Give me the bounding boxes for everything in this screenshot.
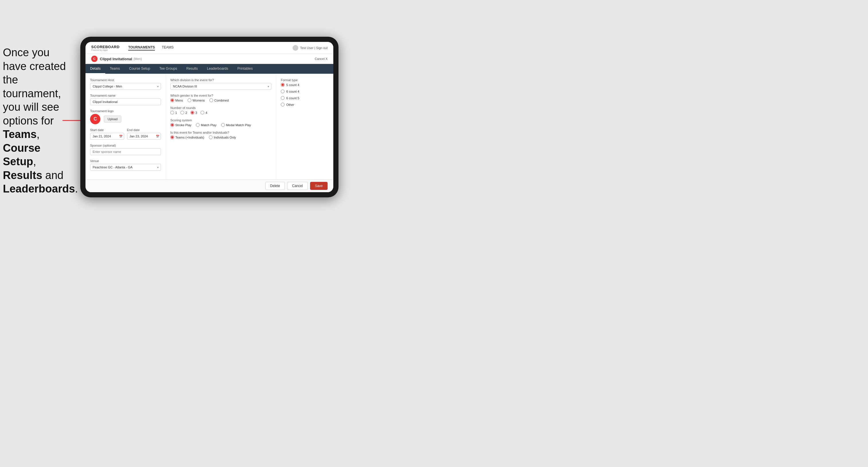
- delete-button[interactable]: Delete: [265, 182, 285, 190]
- tournament-logo-label: Tournament logo: [90, 109, 161, 113]
- tournament-title: Clippd Invitational: [100, 57, 132, 61]
- format-other-radio[interactable]: [281, 103, 284, 106]
- tournament-host-label: Tournament Host: [90, 78, 161, 82]
- tournament-host-group: Tournament Host Clippd College - Men: [90, 78, 161, 90]
- left-form-column: Tournament Host Clippd College - Men Tou…: [86, 74, 166, 179]
- tab-details[interactable]: Details: [86, 64, 105, 74]
- start-date-group: Start date 📅: [90, 128, 124, 140]
- rounds-3-label: 3: [195, 111, 197, 115]
- individuals-only-option[interactable]: Individuals Only: [209, 135, 236, 139]
- end-date-wrapper: 📅: [127, 133, 161, 140]
- venue-select[interactable]: Peachtree GC - Atlanta - GA: [90, 164, 161, 171]
- teams-plus-radio[interactable]: [170, 135, 174, 139]
- start-date-wrapper: 📅: [90, 133, 124, 140]
- teams-individuals-label: Is this event for Teams and/or Individua…: [170, 131, 271, 134]
- scoring-stroke-option[interactable]: Stroke Play: [170, 123, 191, 127]
- division-group: Which division is the event for? NCAA Di…: [170, 78, 271, 90]
- rounds-1-option[interactable]: 1: [170, 111, 177, 115]
- gender-womens-label: Womens: [192, 99, 205, 102]
- nav-user: Test User | Sign out: [292, 45, 328, 51]
- tournament-logo-group: Tournament logo C Upload: [90, 109, 161, 124]
- division-label: Which division is the event for?: [170, 78, 271, 82]
- gender-group: Which gender is the event for? Mens Wome…: [170, 94, 271, 102]
- scoring-radio-group: Stroke Play Match Play Medal Match Play: [170, 123, 271, 127]
- format-6count5-radio[interactable]: [281, 96, 284, 100]
- upload-button[interactable]: Upload: [104, 116, 121, 123]
- start-date-calendar-icon: 📅: [119, 135, 123, 138]
- tournament-subtitle: (Men): [134, 57, 142, 61]
- rounds-2-radio[interactable]: [180, 111, 184, 115]
- main-content: Tournament Host Clippd College - Men Tou…: [86, 74, 333, 179]
- gender-mens-option[interactable]: Mens: [170, 98, 183, 102]
- save-button[interactable]: Save: [310, 182, 328, 190]
- scoring-group: Scoring system Stroke Play Match Play: [170, 119, 271, 127]
- gender-womens-option[interactable]: Womens: [188, 98, 205, 102]
- user-label[interactable]: Test User | Sign out: [300, 46, 328, 50]
- teams-individuals-group: Is this event for Teams and/or Individua…: [170, 131, 271, 139]
- logo-upload-row: C Upload: [90, 114, 161, 124]
- individuals-only-radio[interactable]: [209, 135, 213, 139]
- rounds-label: Number of rounds: [170, 106, 271, 110]
- cancel-button[interactable]: Cancel: [287, 182, 308, 190]
- teams-plus-individuals-option[interactable]: Teams (+Individuals): [170, 135, 204, 139]
- scoring-match-radio[interactable]: [196, 123, 199, 127]
- tab-tee-groups[interactable]: Tee Groups: [155, 64, 182, 74]
- gender-combined-radio[interactable]: [209, 98, 213, 102]
- start-date-label: Start date: [90, 128, 124, 132]
- rounds-4-radio[interactable]: [200, 111, 204, 115]
- cancel-x-button[interactable]: Cancel X: [315, 57, 328, 61]
- format-6count4-label: 6 count 4: [286, 90, 299, 93]
- venue-group: Venue Peachtree GC - Atlanta - GA: [90, 159, 161, 171]
- nav-tournaments[interactable]: TOURNAMENTS: [128, 45, 155, 51]
- scoring-medal-label: Medal Match Play: [226, 123, 251, 127]
- scoring-stroke-radio[interactable]: [170, 123, 174, 127]
- format-other-option[interactable]: Other: [281, 103, 329, 106]
- rounds-3-radio[interactable]: [190, 111, 194, 115]
- rounds-2-option[interactable]: 2: [180, 111, 187, 115]
- gender-mens-radio[interactable]: [170, 98, 174, 102]
- rounds-1-label: 1: [175, 111, 177, 115]
- rounds-4-label: 4: [206, 111, 207, 115]
- format-6count4-option[interactable]: 6 count 4: [281, 90, 329, 93]
- tournament-host-select[interactable]: Clippd College - Men: [90, 83, 161, 90]
- nav-teams[interactable]: TEAMS: [162, 45, 174, 51]
- end-date-label: End date: [127, 128, 161, 132]
- rounds-4-option[interactable]: 4: [200, 111, 207, 115]
- date-row: Start date 📅 End date 📅: [90, 128, 161, 140]
- tab-results[interactable]: Results: [182, 64, 202, 74]
- gender-combined-option[interactable]: Combined: [209, 98, 228, 102]
- division-select-wrapper: NCAA Division III: [170, 83, 271, 90]
- logo-area: SCOREBOARD Powered by clippd: [91, 45, 120, 51]
- rounds-3-option[interactable]: 3: [190, 111, 197, 115]
- division-select[interactable]: NCAA Division III: [170, 83, 271, 90]
- tournament-header: C Clippd Invitational (Men) Cancel X: [86, 54, 333, 64]
- scoring-medal-radio[interactable]: [221, 123, 225, 127]
- logo-text: SCOREBOARD: [91, 45, 120, 49]
- logo-icon-circle: C: [90, 114, 100, 124]
- gender-combined-label: Combined: [214, 99, 228, 102]
- end-date-calendar-icon: 📅: [156, 135, 159, 138]
- tab-printables[interactable]: Printables: [233, 64, 257, 74]
- format-5count4-option[interactable]: 5 count 4: [281, 83, 329, 87]
- format-6count5-option[interactable]: 6 count 5: [281, 96, 329, 100]
- tab-teams[interactable]: Teams: [105, 64, 124, 74]
- tab-course-setup[interactable]: Course Setup: [124, 64, 155, 74]
- right-panel-column: Which division is the event for? NCAA Di…: [166, 74, 276, 179]
- format-5count4-radio[interactable]: [281, 83, 284, 87]
- format-6count4-radio[interactable]: [281, 90, 284, 93]
- scoring-medal-option[interactable]: Medal Match Play: [221, 123, 251, 127]
- tablet-device: SCOREBOARD Powered by clippd TOURNAMENTS…: [80, 37, 339, 197]
- tab-leaderboards[interactable]: Leaderboards: [202, 64, 232, 74]
- tournament-name-label: Tournament name: [90, 94, 161, 97]
- sponsor-input[interactable]: [90, 148, 161, 155]
- tournament-name-input[interactable]: [90, 98, 161, 105]
- tournament-name-group: Tournament name: [90, 94, 161, 105]
- gender-radio-group: Mens Womens Combined: [170, 98, 271, 102]
- scoring-match-label: Match Play: [201, 123, 216, 127]
- gender-label: Which gender is the event for?: [170, 94, 271, 97]
- teams-radio-group: Teams (+Individuals) Individuals Only: [170, 135, 271, 139]
- gender-womens-radio[interactable]: [188, 98, 191, 102]
- tab-bar: Details Teams Course Setup Tee Groups Re…: [86, 64, 333, 74]
- rounds-1-radio[interactable]: [170, 111, 174, 115]
- scoring-match-option[interactable]: Match Play: [196, 123, 216, 127]
